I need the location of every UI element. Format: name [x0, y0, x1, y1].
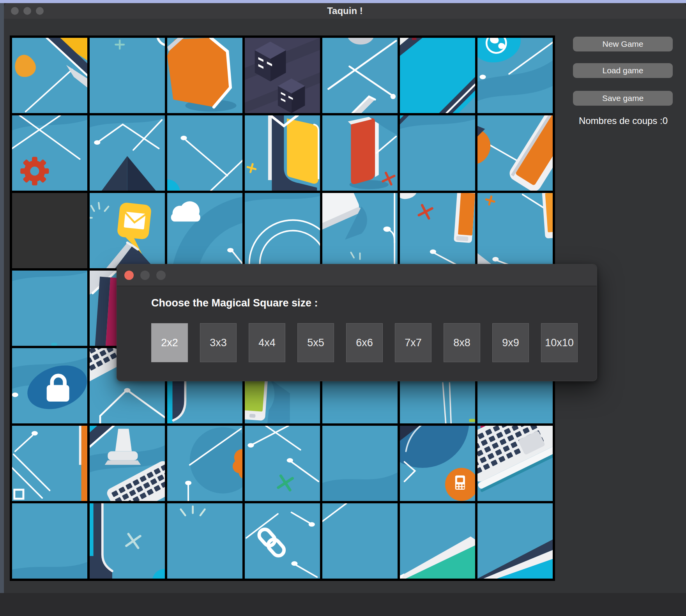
dialog-traffic-lights: [124, 264, 166, 286]
puzzle-tile-cyan-screen[interactable]: [400, 38, 475, 113]
puzzle-tile-orange-hexagon[interactable]: [167, 38, 242, 113]
puzzle-tile-line-corner-2[interactable]: [322, 503, 398, 579]
desktop-bottom-strip: [0, 593, 686, 616]
puzzle-tile-white-slab[interactable]: [322, 193, 398, 268]
new-game-button[interactable]: New Game: [573, 37, 673, 51]
puzzle-tile-lock[interactable]: [12, 348, 87, 423]
puzzle-tile-gear[interactable]: [12, 115, 87, 191]
puzzle-tile-cyan-corner-bands[interactable]: [477, 503, 553, 579]
puzzle-tile-green-x[interactable]: [245, 426, 320, 501]
desktop-edge-top: [0, 0, 686, 3]
dialog-prompt: Choose the Magical Square size :: [151, 297, 318, 309]
puzzle-tile-chain-link[interactable]: [245, 503, 320, 579]
puzzle-tile-cloud[interactable]: [167, 193, 242, 268]
puzzle-tile-sparkle[interactable]: [167, 503, 242, 579]
window-titlebar[interactable]: Taquin !: [4, 3, 686, 19]
puzzle-tile-orange-tablet[interactable]: [477, 193, 553, 268]
puzzle-tile-red-x-tablet[interactable]: [400, 193, 475, 268]
size-button-9x9[interactable]: 9x9: [492, 323, 529, 362]
puzzle-tile-plus-arc[interactable]: [90, 38, 165, 113]
size-button-8x8[interactable]: 8x8: [444, 323, 480, 362]
dialog-minimize-icon[interactable]: [140, 271, 150, 280]
size-options-row: 2x23x34x45x56x67x78x89x910x10: [151, 323, 578, 362]
save-game-button[interactable]: Save game: [573, 91, 673, 106]
size-button-7x7[interactable]: 7x7: [395, 323, 431, 362]
moves-counter: Nombres de coups :0: [572, 115, 674, 126]
puzzle-tile-orange-cloud-arc[interactable]: [167, 426, 242, 501]
size-button-10x10[interactable]: 10x10: [541, 323, 578, 362]
puzzle-tile-mail-bubble[interactable]: [90, 193, 165, 268]
puzzle-tile-lines-dots-square[interactable]: [12, 426, 87, 501]
puzzle-tile-red-phone[interactable]: [322, 115, 398, 191]
puzzle-tile-globe[interactable]: [477, 38, 553, 113]
size-button-6x6[interactable]: 6x6: [346, 323, 383, 362]
square-size-dialog: Choose the Magical Square size : 2x23x34…: [117, 264, 597, 381]
puzzle-tile-laptop-corner[interactable]: [12, 38, 87, 113]
size-button-2x2[interactable]: 2x2: [151, 323, 188, 362]
puzzle-tile-orange-blob[interactable]: [477, 115, 553, 191]
puzzle-tile-white-arcs[interactable]: [245, 193, 320, 268]
puzzle-tile-monitor-stand[interactable]: [90, 426, 165, 501]
puzzle-tile-dot-line-cyan[interactable]: [167, 115, 242, 191]
puzzle-tile-server-racks[interactable]: [245, 38, 320, 113]
size-button-3x3[interactable]: 3x3: [200, 323, 237, 362]
size-button-5x5[interactable]: 5x5: [297, 323, 334, 362]
puzzle-tile-teal-strip-x[interactable]: [90, 503, 165, 579]
screen: Taquin ! New Game Load game Save game No…: [0, 0, 686, 616]
dialog-titlebar[interactable]: [117, 264, 597, 286]
puzzle-tile-dark-pyramid[interactable]: [90, 115, 165, 191]
dialog-zoom-icon[interactable]: [156, 271, 166, 280]
puzzle-tile-plain-2[interactable]: [12, 503, 87, 579]
dialog-close-icon[interactable]: [124, 271, 134, 280]
puzzle-tile-teal-screen-corner[interactable]: [400, 503, 475, 579]
puzzle-tile-yellow-phone[interactable]: [245, 115, 320, 191]
size-button-4x4[interactable]: 4x4: [249, 323, 285, 362]
puzzle-tile-tablet-edge[interactable]: [322, 38, 398, 113]
puzzle-tile-plain-3[interactable]: [12, 271, 87, 346]
window-title: Taquin !: [4, 3, 686, 19]
empty-cell: [12, 193, 87, 268]
desktop-edge-left: [0, 3, 4, 596]
puzzle-tile-laptop-keys[interactable]: [477, 426, 553, 501]
puzzle-tile-circle-phone[interactable]: [400, 426, 475, 501]
puzzle-tile-plain-wave-2[interactable]: [322, 426, 398, 501]
puzzle-tile-plain-wave[interactable]: [400, 115, 475, 191]
load-game-button[interactable]: Load game: [573, 63, 673, 78]
